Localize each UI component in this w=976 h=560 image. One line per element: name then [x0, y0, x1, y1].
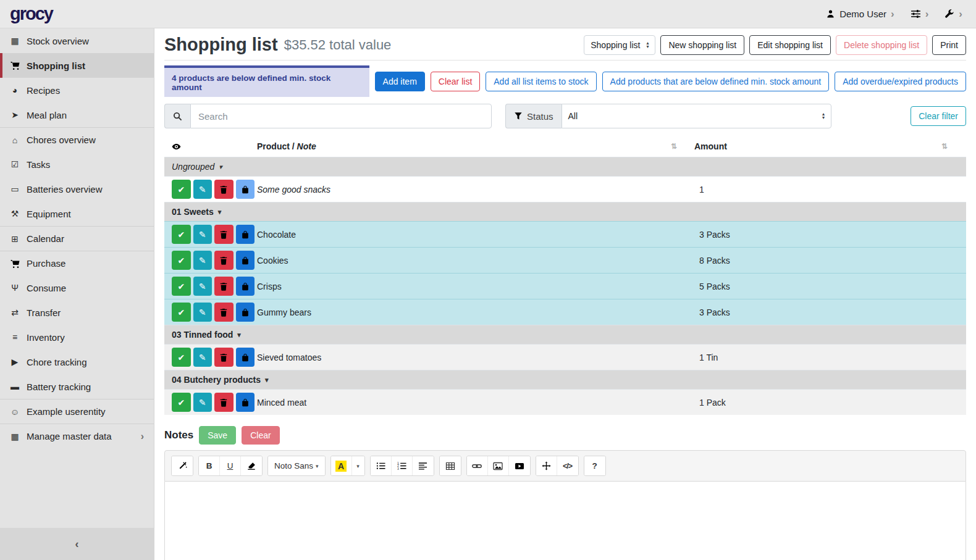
table-row: ✔ ✎ Cookies 8 Packs	[164, 247, 966, 273]
user-menu[interactable]: Demo User ›	[826, 8, 894, 20]
shopping-list-select[interactable]: Shopping list ▴▾	[584, 35, 655, 55]
mark-done-button[interactable]: ✔	[172, 277, 191, 296]
grocy-logo[interactable]: grocy	[0, 4, 154, 24]
add-to-stock-button[interactable]	[236, 303, 255, 322]
edit-shopping-list-button[interactable]: Edit shopping list	[749, 35, 831, 55]
edit-item-button[interactable]: ✎	[193, 251, 212, 270]
edit-item-button[interactable]: ✎	[193, 348, 212, 367]
underline-button[interactable]: U	[220, 456, 241, 475]
mark-done-button[interactable]: ✔	[172, 348, 191, 367]
unordered-list-button[interactable]	[371, 456, 392, 475]
sort-icon[interactable]: ⇅	[671, 142, 694, 151]
mark-done-button[interactable]: ✔	[172, 303, 191, 322]
insert-video-button[interactable]	[509, 456, 530, 475]
amount-column-header[interactable]: Amount	[694, 141, 941, 151]
new-shopping-list-button[interactable]: New shopping list	[660, 35, 744, 55]
group-header-row[interactable]: 01 Sweets ▾	[164, 202, 966, 221]
clear-filter-button[interactable]: Clear filter	[911, 106, 966, 126]
edit-item-button[interactable]: ✎	[193, 180, 212, 199]
add-below-min-button[interactable]: Add products that are below defined min.…	[602, 72, 830, 91]
add-to-stock-button[interactable]	[236, 251, 255, 270]
min-stock-alert[interactable]: 4 products are below defined min. stock …	[164, 65, 369, 97]
edit-item-button[interactable]: ✎	[193, 277, 212, 296]
delete-item-button[interactable]	[214, 393, 233, 412]
sidebar-item-tasks[interactable]: ☑ Tasks	[0, 152, 154, 177]
clear-list-button[interactable]: Clear list	[431, 72, 480, 91]
group-header-row[interactable]: 03 Tinned food ▾	[164, 325, 966, 344]
utensils-icon: Ψ	[9, 283, 21, 293]
eraser-button[interactable]	[241, 456, 262, 475]
pencil-icon: ✎	[199, 282, 206, 291]
admin-menu[interactable]: ›	[944, 8, 962, 20]
sidebar-collapse-button[interactable]: ‹	[0, 528, 154, 560]
insert-table-button[interactable]	[440, 456, 461, 475]
insert-link-button[interactable]	[467, 456, 488, 475]
add-to-stock-button[interactable]	[236, 393, 255, 412]
status-select[interactable]: All ▴▾	[562, 104, 831, 128]
delete-item-button[interactable]	[214, 348, 233, 367]
delete-item-button[interactable]	[214, 225, 233, 244]
search-input[interactable]	[190, 104, 492, 128]
sidebar-item-example-userentity[interactable]: ☺ Example userentity	[0, 399, 154, 424]
sidebar-item-consume[interactable]: Ψ Consume	[0, 275, 154, 300]
codeview-button[interactable]: </>	[557, 456, 578, 475]
link-icon	[472, 461, 482, 471]
sidebar-item-calendar[interactable]: ⊞ Calendar	[0, 226, 154, 251]
sidebar-item-purchase[interactable]: Purchase	[0, 251, 154, 275]
sidebar-item-chores-overview[interactable]: ⌂ Chores overview	[0, 127, 154, 152]
sidebar-item-equipment[interactable]: ⚒ Equipment	[0, 201, 154, 226]
mark-done-button[interactable]: ✔	[172, 225, 191, 244]
sidebar-item-battery-tracking[interactable]: ▬ Battery tracking	[0, 374, 154, 399]
ordered-list-button[interactable]	[392, 456, 413, 475]
fullscreen-button[interactable]	[536, 456, 557, 475]
delete-item-button[interactable]	[214, 303, 233, 322]
edit-item-button[interactable]: ✎	[193, 393, 212, 412]
mark-done-button[interactable]: ✔	[172, 393, 191, 412]
sort-icon[interactable]: ⇅	[941, 142, 966, 151]
sidebar-item-recipes[interactable]: ◕ Recipes	[0, 78, 154, 102]
bold-button[interactable]: B	[199, 456, 220, 475]
edit-item-button[interactable]: ✎	[193, 303, 212, 322]
add-to-stock-button[interactable]	[236, 277, 255, 296]
mark-done-button[interactable]: ✔	[172, 251, 191, 270]
sidebar-item-manage-master-data[interactable]: ▦ Manage master data ›	[0, 424, 154, 448]
delete-shopping-list-button[interactable]: Delete shopping list	[836, 35, 927, 55]
add-all-to-stock-button[interactable]: Add all list items to stock	[486, 72, 596, 91]
add-to-stock-button[interactable]	[236, 180, 255, 199]
add-to-stock-button[interactable]	[236, 348, 255, 367]
color-dropdown-button[interactable]: ▾	[352, 456, 364, 475]
edit-item-button[interactable]: ✎	[193, 225, 212, 244]
add-item-button[interactable]: Add item	[375, 72, 425, 91]
group-header-row[interactable]: Ungrouped ▾	[164, 157, 966, 176]
product-column-header[interactable]: Product	[257, 141, 290, 151]
sidebar-item-inventory[interactable]: ≡ Inventory	[0, 325, 154, 349]
sidebar-item-shopping-list[interactable]: Shopping list	[0, 53, 154, 78]
delete-item-button[interactable]	[214, 277, 233, 296]
settings-menu[interactable]: ›	[911, 8, 929, 20]
paragraph-align-button[interactable]	[413, 456, 434, 475]
magic-style-button[interactable]	[172, 456, 193, 475]
help-button[interactable]: ?	[584, 456, 605, 475]
add-to-stock-button[interactable]	[236, 225, 255, 244]
print-button[interactable]: Print	[932, 35, 966, 55]
sidebar-item-stock-overview[interactable]: ▦ Stock overview	[0, 28, 154, 53]
shopping-bag-icon	[241, 282, 250, 291]
notes-content-area[interactable]	[164, 482, 966, 560]
product-name: Chocolate	[257, 230, 671, 240]
caret-down-icon: ▾	[265, 376, 269, 384]
mark-done-button[interactable]: ✔	[172, 180, 191, 199]
clear-notes-button[interactable]: Clear	[242, 426, 279, 445]
insert-picture-button[interactable]	[488, 456, 509, 475]
pencil-icon: ✎	[199, 398, 206, 407]
font-family-dropdown[interactable]: Noto Sans ▾	[268, 456, 325, 475]
sidebar-item-batteries-overview[interactable]: ▭ Batteries overview	[0, 177, 154, 201]
add-overdue-button[interactable]: Add overdue/expired products	[835, 72, 966, 91]
delete-item-button[interactable]	[214, 251, 233, 270]
text-color-button[interactable]: A	[331, 456, 352, 475]
sidebar-item-chore-tracking[interactable]: ▶ Chore tracking	[0, 349, 154, 374]
group-header-row[interactable]: 04 Butchery products ▾	[164, 370, 966, 389]
sidebar-item-transfer[interactable]: ⇄ Transfer	[0, 300, 154, 325]
delete-item-button[interactable]	[214, 180, 233, 199]
sidebar-item-meal-plan[interactable]: ➤ Meal plan	[0, 102, 154, 127]
save-notes-button[interactable]: Save	[199, 426, 236, 445]
